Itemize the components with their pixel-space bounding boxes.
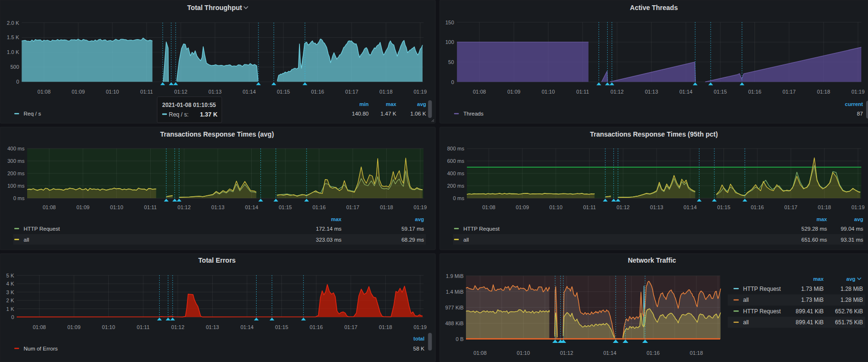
svg-text:01:09: 01:09 <box>507 89 521 95</box>
svg-text:01:13: 01:13 <box>206 324 219 330</box>
svg-text:1.73 MiB: 1.73 MiB <box>801 286 824 292</box>
svg-text:01:12: 01:12 <box>560 350 573 356</box>
svg-text:max: max <box>813 276 824 282</box>
svg-text:01:19: 01:19 <box>413 89 427 95</box>
svg-text:01:08: 01:08 <box>473 89 486 95</box>
svg-text:Req / s:: Req / s: <box>169 111 188 118</box>
svg-text:01:08: 01:08 <box>474 350 487 356</box>
svg-text:01:10: 01:10 <box>517 350 530 356</box>
svg-text:01:15: 01:15 <box>277 89 290 95</box>
svg-text:01:15: 01:15 <box>714 89 727 95</box>
svg-text:200 ms: 200 ms <box>7 170 25 176</box>
svg-text:01:10: 01:10 <box>110 204 124 210</box>
svg-text:01:14: 01:14 <box>683 204 697 210</box>
svg-text:current: current <box>845 101 863 107</box>
svg-text:0 ms: 0 ms <box>13 195 25 201</box>
svg-text:1.9 MiB: 1.9 MiB <box>446 273 464 279</box>
svg-text:01:16: 01:16 <box>748 89 762 95</box>
svg-text:01:12: 01:12 <box>174 89 187 95</box>
svg-text:01:17: 01:17 <box>783 89 796 95</box>
svg-text:150: 150 <box>445 20 454 25</box>
svg-text:01:10: 01:10 <box>542 89 555 95</box>
svg-text:01:09: 01:09 <box>72 89 85 95</box>
svg-text:99.04 ms: 99.04 ms <box>841 226 864 232</box>
svg-text:Transactions Response Times (a: Transactions Response Times (avg) <box>160 130 274 138</box>
svg-text:1.73 MiB: 1.73 MiB <box>801 297 824 303</box>
svg-text:01:15: 01:15 <box>275 324 289 330</box>
svg-text:600 ms: 600 ms <box>447 158 465 164</box>
svg-text:Threads: Threads <box>464 111 484 117</box>
svg-text:01:13: 01:13 <box>211 204 225 210</box>
svg-text:68.29 ms: 68.29 ms <box>402 237 424 243</box>
svg-text:1.28 MiB: 1.28 MiB <box>840 297 863 303</box>
svg-text:avg: avg <box>847 276 856 282</box>
svg-text:avg: avg <box>417 101 426 107</box>
svg-text:1 K: 1 K <box>6 306 14 312</box>
svg-text:01:15: 01:15 <box>717 204 731 210</box>
svg-text:total: total <box>413 336 424 341</box>
svg-text:max: max <box>331 216 342 222</box>
svg-text:1.28 MiB: 1.28 MiB <box>840 286 863 292</box>
svg-text:800 ms: 800 ms <box>447 146 465 151</box>
svg-text:01:18: 01:18 <box>817 89 830 95</box>
svg-text:488 KiB: 488 KiB <box>445 320 464 326</box>
svg-text:140.80: 140.80 <box>352 111 369 117</box>
svg-text:01:08: 01:08 <box>33 324 46 330</box>
svg-text:1.47 K: 1.47 K <box>381 111 397 117</box>
svg-text:977 KiB: 977 KiB <box>445 305 464 310</box>
svg-text:01:09: 01:09 <box>516 204 529 210</box>
svg-text:01:12: 01:12 <box>177 204 191 210</box>
svg-text:min: min <box>359 101 369 107</box>
svg-text:HTTP Request: HTTP Request <box>464 226 500 232</box>
svg-text:2021-01-08 01:10:55: 2021-01-08 01:10:55 <box>162 102 216 108</box>
svg-text:01:13: 01:13 <box>208 89 222 95</box>
svg-text:1.0 K: 1.0 K <box>7 49 19 55</box>
svg-text:01:16: 01:16 <box>311 89 324 95</box>
svg-text:HTTP Request: HTTP Request <box>24 226 61 232</box>
svg-text:01:17: 01:17 <box>344 324 358 330</box>
svg-text:01:17: 01:17 <box>346 204 360 210</box>
svg-text:323.03 ms: 323.03 ms <box>316 237 341 243</box>
svg-text:all: all <box>743 319 749 326</box>
svg-text:0 ms: 0 ms <box>453 195 465 201</box>
svg-text:1.06 K: 1.06 K <box>410 111 426 117</box>
svg-text:652.76 KiB: 652.76 KiB <box>835 308 863 315</box>
svg-text:2.0 K: 2.0 K <box>7 20 19 26</box>
svg-text:HTTP Request: HTTP Request <box>743 308 781 315</box>
svg-text:172.14 ms: 172.14 ms <box>316 226 341 232</box>
svg-text:5 K: 5 K <box>6 273 14 278</box>
svg-text:01:08: 01:08 <box>482 204 496 210</box>
svg-text:01:11: 01:11 <box>144 204 157 210</box>
svg-text:01:13: 01:13 <box>650 204 663 210</box>
svg-text:01:18: 01:18 <box>380 89 393 95</box>
svg-text:01:14: 01:14 <box>603 350 617 356</box>
svg-text:avg: avg <box>854 216 863 222</box>
svg-text:01:14: 01:14 <box>245 204 258 210</box>
svg-text:50: 50 <box>448 59 454 65</box>
svg-text:4 K: 4 K <box>6 281 14 287</box>
svg-text:01:17: 01:17 <box>345 89 359 95</box>
svg-text:Total Errors: Total Errors <box>198 256 236 264</box>
svg-text:01:10: 01:10 <box>549 204 563 210</box>
svg-text:max: max <box>386 101 397 107</box>
svg-text:01:09: 01:09 <box>67 324 81 330</box>
svg-text:01:11: 01:11 <box>140 89 153 95</box>
svg-text:avg: avg <box>415 216 424 222</box>
svg-text:300 ms: 300 ms <box>7 158 25 164</box>
svg-text:01:18: 01:18 <box>818 204 831 210</box>
svg-text:01:17: 01:17 <box>784 204 797 210</box>
svg-text:500: 500 <box>10 64 19 70</box>
svg-text:87: 87 <box>857 111 863 117</box>
svg-text:0: 0 <box>11 314 14 320</box>
svg-text:100 ms: 100 ms <box>7 183 25 189</box>
svg-text:01:09: 01:09 <box>76 204 90 210</box>
svg-text:01:16: 01:16 <box>751 204 764 210</box>
svg-text:01:19: 01:19 <box>413 324 427 330</box>
svg-text:01:14: 01:14 <box>679 89 692 95</box>
svg-text:3 K: 3 K <box>6 289 14 295</box>
svg-text:01:18: 01:18 <box>380 204 393 210</box>
svg-text:899.41 KiB: 899.41 KiB <box>796 308 824 315</box>
svg-text:Network Traffic: Network Traffic <box>628 256 676 264</box>
svg-text:1.4 MiB: 1.4 MiB <box>446 289 464 295</box>
svg-text:01:10: 01:10 <box>102 324 115 330</box>
